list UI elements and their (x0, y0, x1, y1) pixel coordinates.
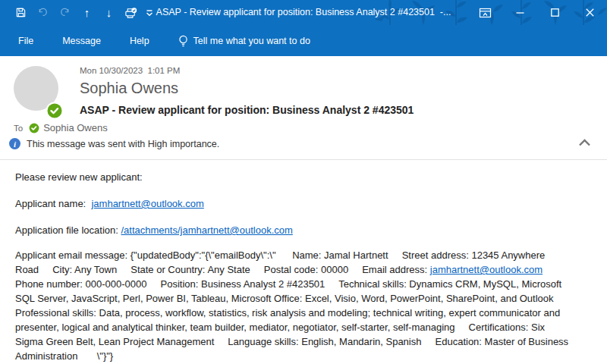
minimize-icon[interactable] (502, 0, 537, 25)
previous-item-icon[interactable]: ↑ (76, 0, 98, 25)
importance-text: This message was sent with High importan… (27, 139, 219, 149)
restore-icon[interactable] (537, 0, 572, 25)
recipient-name[interactable]: Sophia Owens (43, 122, 108, 133)
chevron-up-icon (577, 137, 592, 148)
sent-datetime: Mon 10/30/2023 1:01 PM (80, 66, 414, 75)
quick-access-toolbar: ↑ ↓ (10, 0, 157, 25)
applicant-message-paragraph: Applicant email message: {"updatedBody":… (15, 248, 571, 363)
applicant-message-after: Phone number: 000-000-0000 Position: Bus… (15, 264, 571, 362)
collapse-header-button[interactable] (577, 137, 592, 150)
message-pane: Mon 10/30/2023 1:01 PM Sophia Owens ASAP… (0, 56, 607, 364)
to-label: To (14, 124, 23, 133)
tell-me-box[interactable]: Tell me what you want to do (178, 35, 310, 47)
next-item-icon[interactable]: ↓ (98, 0, 120, 25)
customize-quick-access-icon[interactable] (142, 0, 157, 25)
subject: ASAP - Review applicant for position: Bu… (80, 104, 414, 116)
email-body: Please review new applicant: Applicant n… (0, 160, 607, 363)
intro-line: Please review new applicant: (15, 170, 571, 184)
to-row: To Sophia Owens (14, 122, 108, 133)
titlebar: ↑ ↓ ASAP - Review applicant for position… (0, 0, 607, 25)
tab-help[interactable]: Help (130, 36, 149, 46)
window-controls (467, 0, 607, 25)
info-icon: i (9, 138, 20, 149)
sender-name[interactable]: Sophia Owens (80, 80, 414, 97)
message-header: Mon 10/30/2023 1:01 PM Sophia Owens ASAP… (80, 66, 414, 116)
applicant-email-link[interactable]: jamhartnett@outlook.com (91, 198, 203, 209)
tab-file[interactable]: File (18, 36, 33, 46)
presence-available-icon (46, 102, 64, 120)
redo-icon[interactable] (54, 0, 76, 25)
ribbon-tab-bar: File Message Help Tell me what you want … (0, 25, 607, 56)
ribbon-display-options-icon[interactable] (467, 0, 502, 25)
print-approve-icon[interactable] (120, 0, 142, 25)
presence-available-icon (29, 123, 39, 133)
tell-me-label: Tell me what you want to do (193, 36, 310, 46)
applicant-message-email-link[interactable]: jamhartnett@outlook.com (430, 264, 543, 275)
lightbulb-icon (178, 35, 188, 47)
close-icon[interactable] (572, 0, 607, 25)
avatar[interactable] (14, 66, 58, 111)
applicant-name-label: Applicant name: (15, 198, 91, 209)
file-location-link[interactable]: /attachments/jamhartnett@outlook.com (121, 224, 292, 236)
applicant-name-line: Applicant name: jamhartnett@outlook.com (15, 196, 571, 211)
tab-message[interactable]: Message (62, 36, 101, 46)
importance-info-bar: i This message was sent with High import… (9, 138, 219, 149)
file-location-line: Application file location: /attachments/… (15, 223, 571, 237)
file-location-label: Application file location: (15, 224, 121, 236)
undo-icon[interactable] (32, 0, 54, 25)
save-icon[interactable] (10, 0, 32, 25)
